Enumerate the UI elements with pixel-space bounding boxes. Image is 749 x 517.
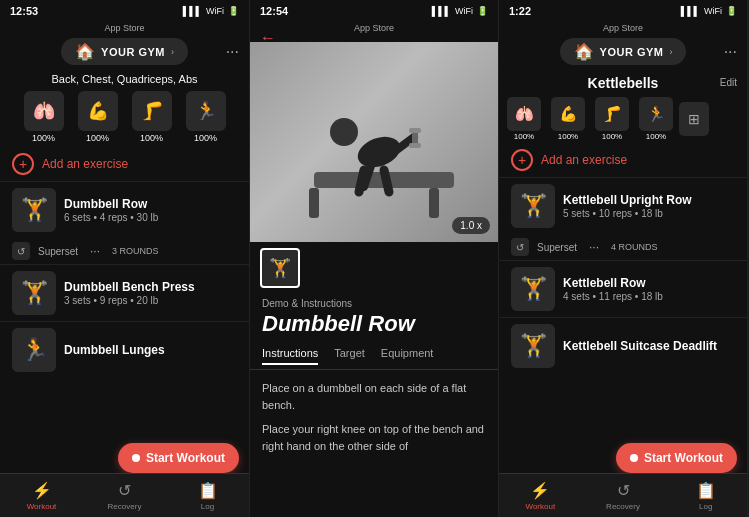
exercise-bench-press[interactable]: 🏋️ Dumbbell Bench Press 3 sets • 9 reps … (0, 264, 249, 321)
tab-workout-left[interactable]: ⚡ Workout (0, 481, 83, 511)
exercise-name-kb-upright: Kettlebell Upright Row (563, 193, 735, 207)
muscle-icon-abs-right: 🏃 (639, 97, 673, 131)
muscle-back: 🫁 100% (18, 91, 70, 143)
demo-tab-instructions[interactable]: Instructions (262, 347, 318, 365)
tab-workout-right[interactable]: ⚡ Workout (499, 481, 582, 511)
demo-instruction-1: Place on a dumbbell on each side of a fl… (262, 380, 486, 413)
superset-more-right[interactable]: ··· (589, 240, 599, 254)
svg-rect-1 (309, 188, 319, 218)
demo-tab-equipment[interactable]: Equipment (381, 347, 434, 365)
tab-recovery-right[interactable]: ↺ Recovery (582, 481, 665, 511)
muscle-pct-quad: 100% (140, 133, 163, 143)
muscle-groups-title-left: Back, Chest, Quadriceps, Abs (0, 69, 249, 87)
tab-log-left[interactable]: 📋 Log (166, 481, 249, 511)
signal-icon-right: ▌▌▌ (681, 6, 700, 16)
svg-rect-2 (429, 188, 439, 218)
exercise-name-bench-press: Dumbbell Bench Press (64, 280, 237, 294)
add-exercise-row-right[interactable]: + Add an exercise (499, 143, 747, 177)
more-button-right[interactable]: ··· (724, 43, 737, 61)
svg-line-11 (359, 170, 364, 192)
recovery-tab-icon-left: ↺ (118, 481, 131, 500)
exercise-name-kb-row: Kettlebell Row (563, 276, 735, 290)
exercise-info-kb-row: Kettlebell Row 4 sets • 11 reps • 18 lb (563, 276, 735, 302)
more-button-left[interactable]: ··· (226, 43, 239, 61)
muscle-icons-row-right: 🫁 100% 💪 100% 🦵 100% 🏃 100% ⊞ (499, 95, 747, 143)
exercise-dumbbell-row[interactable]: 🏋️ Dumbbell Row 6 sets • 4 reps • 30 lb (0, 181, 249, 238)
nav-bar-mid: ← (250, 34, 498, 42)
battery-icon-right: 🔋 (726, 6, 737, 16)
start-workout-button-right[interactable]: Start Workout (616, 443, 737, 473)
muscle-pct-chest-right: 100% (558, 132, 578, 141)
superset-more-left[interactable]: ··· (90, 244, 100, 258)
demo-speed-badge: 1.0 x (452, 217, 490, 234)
muscle-pct-abs: 100% (194, 133, 217, 143)
muscle-icon-quad: 🦵 (132, 91, 172, 131)
demo-video-bg (250, 42, 498, 242)
exercise-lunges[interactable]: 🏃 Dumbbell Lunges (0, 321, 249, 378)
gym-nav-button-left[interactable]: 🏠 YOUR GYM › (61, 38, 188, 65)
gym-label-right: YOUR GYM (600, 46, 664, 58)
superset-rounds-right: 4 ROUNDS (611, 242, 658, 252)
exercise-meta-kb-upright: 5 sets • 10 reps • 18 lb (563, 208, 735, 219)
add-exercise-label-right: Add an exercise (541, 153, 627, 167)
log-tab-label-right: Log (699, 502, 712, 511)
tab-recovery-left[interactable]: ↺ Recovery (83, 481, 166, 511)
status-time-left: 12:53 (10, 5, 38, 17)
exercise-kettlebell-upright-row[interactable]: 🏋️ Kettlebell Upright Row 5 sets • 10 re… (499, 177, 747, 234)
superset-label-left: Superset (38, 246, 78, 257)
demo-thumbnails: 🏋️ (250, 242, 498, 294)
muscle-pct-back: 100% (32, 133, 55, 143)
muscle-abs: 🏃 100% (180, 91, 232, 143)
muscle-pct-abs-right: 100% (646, 132, 666, 141)
signal-icon-mid: ▌▌▌ (432, 6, 451, 16)
muscle-chest: 💪 100% (72, 91, 124, 143)
record-dot-left (132, 454, 140, 462)
workout-tab-label-right: Workout (526, 502, 556, 511)
superset-row-right: ↺ Superset ··· 4 ROUNDS (499, 234, 747, 260)
filter-icon-right[interactable]: ⊞ (679, 102, 709, 136)
muscle-pct-back-right: 100% (514, 132, 534, 141)
exercise-info-bench-press: Dumbbell Bench Press 3 sets • 9 reps • 2… (64, 280, 237, 306)
screen-left: 12:53 ▌▌▌ WiFi 🔋 App Store 🏠 YOUR GYM › … (0, 0, 250, 517)
workout-tab-icon-left: ⚡ (32, 481, 52, 500)
muscle-back-right: 🫁 100% (503, 97, 545, 141)
exercise-thumb-bench-press: 🏋️ (12, 271, 56, 315)
battery-icon: 🔋 (228, 6, 239, 16)
demo-tab-target[interactable]: Target (334, 347, 365, 365)
app-store-label-right: App Store (499, 22, 747, 34)
exercise-meta-kb-row: 4 sets • 11 reps • 18 lb (563, 291, 735, 302)
status-bar-right: 1:22 ▌▌▌ WiFi 🔋 (499, 0, 747, 22)
muscle-icon-back-right: 🫁 (507, 97, 541, 131)
wifi-icon-mid: WiFi (455, 6, 473, 16)
wifi-icon-right: WiFi (704, 6, 722, 16)
demo-thumb-1[interactable]: 🏋️ (260, 248, 300, 288)
muscle-icon-chest-right: 💪 (551, 97, 585, 131)
muscle-quad-right: 🦵 100% (591, 97, 633, 141)
svg-line-10 (384, 170, 389, 192)
add-exercise-label-left: Add an exercise (42, 157, 128, 171)
svg-rect-8 (409, 128, 421, 133)
workout-tab-label-left: Workout (27, 502, 57, 511)
gym-nav-button-right[interactable]: 🏠 YOUR GYM › (560, 38, 687, 65)
nav-bar-right: 🏠 YOUR GYM › ··· (499, 34, 747, 69)
log-tab-icon-left: 📋 (198, 481, 218, 500)
recovery-tab-label-right: Recovery (606, 502, 640, 511)
demo-video-area: 1.0 x (250, 42, 498, 242)
edit-button[interactable]: Edit (720, 77, 737, 88)
exercise-kb-row[interactable]: 🏋️ Kettlebell Row 4 sets • 11 reps • 18 … (499, 260, 747, 317)
add-exercise-row-left[interactable]: + Add an exercise (0, 147, 249, 181)
superset-icon-left: ↺ (12, 242, 30, 260)
muscle-pct-quad-right: 100% (602, 132, 622, 141)
superset-row-left: ↺ Superset ··· 3 ROUNDS (0, 238, 249, 264)
start-workout-button-left[interactable]: Start Workout (118, 443, 239, 473)
tab-log-right[interactable]: 📋 Log (664, 481, 747, 511)
log-tab-label-left: Log (201, 502, 214, 511)
gym-icon-right: 🏠 (574, 42, 594, 61)
signal-icon: ▌▌▌ (183, 6, 202, 16)
muscle-icon-chest: 💪 (78, 91, 118, 131)
app-store-label-mid: App Store (250, 22, 498, 34)
exercise-kb-suitcase[interactable]: 🏋️ Kettlebell Suitcase Deadlift (499, 317, 747, 374)
muscle-quad: 🦵 100% (126, 91, 178, 143)
exercise-thumb-dumbbell-row: 🏋️ (12, 188, 56, 232)
recovery-tab-icon-right: ↺ (617, 481, 630, 500)
